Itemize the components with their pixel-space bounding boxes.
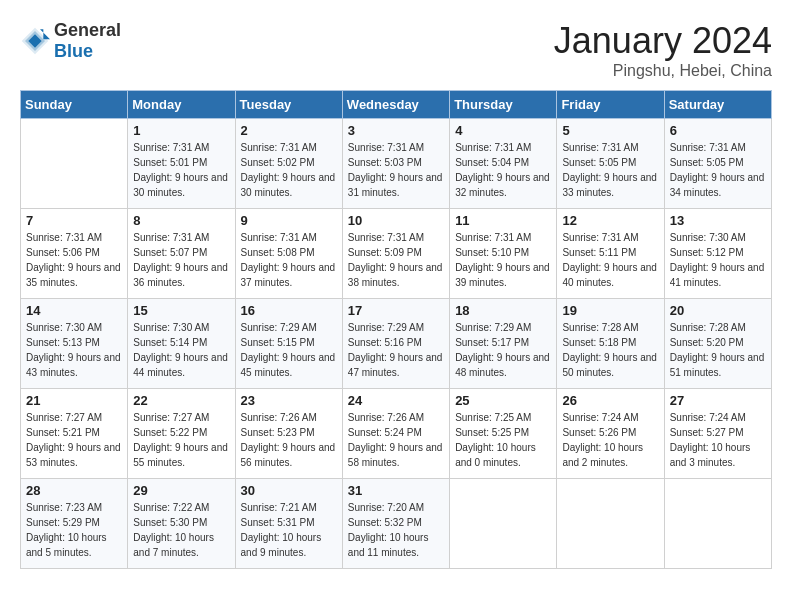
day-number: 15 xyxy=(133,303,229,318)
day-info: Sunrise: 7:30 AM Sunset: 5:12 PM Dayligh… xyxy=(670,230,766,290)
day-info: Sunrise: 7:27 AM Sunset: 5:22 PM Dayligh… xyxy=(133,410,229,470)
calendar-cell: 17 Sunrise: 7:29 AM Sunset: 5:16 PM Dayl… xyxy=(342,299,449,389)
daylight-text: Daylight: 9 hours and 41 minutes. xyxy=(670,260,766,290)
day-info: Sunrise: 7:27 AM Sunset: 5:21 PM Dayligh… xyxy=(26,410,122,470)
sunrise-text: Sunrise: 7:28 AM xyxy=(562,320,658,335)
sunrise-text: Sunrise: 7:27 AM xyxy=(26,410,122,425)
day-number: 30 xyxy=(241,483,337,498)
day-info: Sunrise: 7:24 AM Sunset: 5:26 PM Dayligh… xyxy=(562,410,658,470)
day-info: Sunrise: 7:24 AM Sunset: 5:27 PM Dayligh… xyxy=(670,410,766,470)
calendar-cell: 11 Sunrise: 7:31 AM Sunset: 5:10 PM Dayl… xyxy=(450,209,557,299)
day-info: Sunrise: 7:31 AM Sunset: 5:10 PM Dayligh… xyxy=(455,230,551,290)
day-info: Sunrise: 7:31 AM Sunset: 5:01 PM Dayligh… xyxy=(133,140,229,200)
day-number: 1 xyxy=(133,123,229,138)
sunrise-text: Sunrise: 7:31 AM xyxy=(670,140,766,155)
sunset-text: Sunset: 5:05 PM xyxy=(670,155,766,170)
day-number: 26 xyxy=(562,393,658,408)
day-number: 19 xyxy=(562,303,658,318)
column-header-tuesday: Tuesday xyxy=(235,91,342,119)
daylight-text: Daylight: 9 hours and 44 minutes. xyxy=(133,350,229,380)
daylight-text: Daylight: 9 hours and 45 minutes. xyxy=(241,350,337,380)
day-info: Sunrise: 7:28 AM Sunset: 5:18 PM Dayligh… xyxy=(562,320,658,380)
sunrise-text: Sunrise: 7:31 AM xyxy=(348,230,444,245)
day-info: Sunrise: 7:31 AM Sunset: 5:04 PM Dayligh… xyxy=(455,140,551,200)
day-number: 13 xyxy=(670,213,766,228)
daylight-text: Daylight: 9 hours and 39 minutes. xyxy=(455,260,551,290)
day-info: Sunrise: 7:31 AM Sunset: 5:05 PM Dayligh… xyxy=(670,140,766,200)
day-info: Sunrise: 7:28 AM Sunset: 5:20 PM Dayligh… xyxy=(670,320,766,380)
day-info: Sunrise: 7:31 AM Sunset: 5:08 PM Dayligh… xyxy=(241,230,337,290)
calendar-cell: 22 Sunrise: 7:27 AM Sunset: 5:22 PM Dayl… xyxy=(128,389,235,479)
calendar-cell: 9 Sunrise: 7:31 AM Sunset: 5:08 PM Dayli… xyxy=(235,209,342,299)
day-info: Sunrise: 7:31 AM Sunset: 5:02 PM Dayligh… xyxy=(241,140,337,200)
daylight-text: Daylight: 9 hours and 55 minutes. xyxy=(133,440,229,470)
sunrise-text: Sunrise: 7:31 AM xyxy=(348,140,444,155)
calendar-cell: 1 Sunrise: 7:31 AM Sunset: 5:01 PM Dayli… xyxy=(128,119,235,209)
title-area: January 2024 Pingshu, Hebei, China xyxy=(554,20,772,80)
calendar-cell: 4 Sunrise: 7:31 AM Sunset: 5:04 PM Dayli… xyxy=(450,119,557,209)
sunrise-text: Sunrise: 7:22 AM xyxy=(133,500,229,515)
column-header-thursday: Thursday xyxy=(450,91,557,119)
calendar-cell: 3 Sunrise: 7:31 AM Sunset: 5:03 PM Dayli… xyxy=(342,119,449,209)
day-number: 29 xyxy=(133,483,229,498)
sunrise-text: Sunrise: 7:29 AM xyxy=(348,320,444,335)
daylight-text: Daylight: 9 hours and 50 minutes. xyxy=(562,350,658,380)
day-number: 16 xyxy=(241,303,337,318)
sunrise-text: Sunrise: 7:29 AM xyxy=(241,320,337,335)
daylight-text: Daylight: 9 hours and 36 minutes. xyxy=(133,260,229,290)
sunrise-text: Sunrise: 7:24 AM xyxy=(670,410,766,425)
sunrise-text: Sunrise: 7:28 AM xyxy=(670,320,766,335)
calendar-cell: 21 Sunrise: 7:27 AM Sunset: 5:21 PM Dayl… xyxy=(21,389,128,479)
calendar-table: SundayMondayTuesdayWednesdayThursdayFrid… xyxy=(20,90,772,569)
daylight-text: Daylight: 10 hours and 5 minutes. xyxy=(26,530,122,560)
calendar-cell: 20 Sunrise: 7:28 AM Sunset: 5:20 PM Dayl… xyxy=(664,299,771,389)
sunset-text: Sunset: 5:24 PM xyxy=(348,425,444,440)
daylight-text: Daylight: 9 hours and 33 minutes. xyxy=(562,170,658,200)
day-info: Sunrise: 7:25 AM Sunset: 5:25 PM Dayligh… xyxy=(455,410,551,470)
day-info: Sunrise: 7:26 AM Sunset: 5:24 PM Dayligh… xyxy=(348,410,444,470)
daylight-text: Daylight: 9 hours and 53 minutes. xyxy=(26,440,122,470)
calendar-cell: 31 Sunrise: 7:20 AM Sunset: 5:32 PM Dayl… xyxy=(342,479,449,569)
sunset-text: Sunset: 5:05 PM xyxy=(562,155,658,170)
day-info: Sunrise: 7:20 AM Sunset: 5:32 PM Dayligh… xyxy=(348,500,444,560)
day-number: 31 xyxy=(348,483,444,498)
calendar-week-row: 1 Sunrise: 7:31 AM Sunset: 5:01 PM Dayli… xyxy=(21,119,772,209)
sunset-text: Sunset: 5:03 PM xyxy=(348,155,444,170)
day-number: 21 xyxy=(26,393,122,408)
sunrise-text: Sunrise: 7:31 AM xyxy=(562,230,658,245)
calendar-cell: 5 Sunrise: 7:31 AM Sunset: 5:05 PM Dayli… xyxy=(557,119,664,209)
day-info: Sunrise: 7:21 AM Sunset: 5:31 PM Dayligh… xyxy=(241,500,337,560)
day-number: 28 xyxy=(26,483,122,498)
calendar-cell: 28 Sunrise: 7:23 AM Sunset: 5:29 PM Dayl… xyxy=(21,479,128,569)
day-info: Sunrise: 7:30 AM Sunset: 5:13 PM Dayligh… xyxy=(26,320,122,380)
daylight-text: Daylight: 9 hours and 30 minutes. xyxy=(241,170,337,200)
day-info: Sunrise: 7:31 AM Sunset: 5:11 PM Dayligh… xyxy=(562,230,658,290)
calendar-cell: 26 Sunrise: 7:24 AM Sunset: 5:26 PM Dayl… xyxy=(557,389,664,479)
sunrise-text: Sunrise: 7:31 AM xyxy=(133,230,229,245)
sunrise-text: Sunrise: 7:26 AM xyxy=(348,410,444,425)
day-number: 10 xyxy=(348,213,444,228)
calendar-cell: 14 Sunrise: 7:30 AM Sunset: 5:13 PM Dayl… xyxy=(21,299,128,389)
day-number: 2 xyxy=(241,123,337,138)
daylight-text: Daylight: 9 hours and 31 minutes. xyxy=(348,170,444,200)
column-header-monday: Monday xyxy=(128,91,235,119)
sunset-text: Sunset: 5:11 PM xyxy=(562,245,658,260)
sunrise-text: Sunrise: 7:31 AM xyxy=(455,140,551,155)
daylight-text: Daylight: 10 hours and 3 minutes. xyxy=(670,440,766,470)
day-info: Sunrise: 7:31 AM Sunset: 5:07 PM Dayligh… xyxy=(133,230,229,290)
sunrise-text: Sunrise: 7:27 AM xyxy=(133,410,229,425)
sunset-text: Sunset: 5:32 PM xyxy=(348,515,444,530)
calendar-cell xyxy=(664,479,771,569)
day-number: 12 xyxy=(562,213,658,228)
day-number: 7 xyxy=(26,213,122,228)
sunset-text: Sunset: 5:04 PM xyxy=(455,155,551,170)
calendar-cell: 15 Sunrise: 7:30 AM Sunset: 5:14 PM Dayl… xyxy=(128,299,235,389)
sunset-text: Sunset: 5:29 PM xyxy=(26,515,122,530)
calendar-cell xyxy=(21,119,128,209)
calendar-cell: 7 Sunrise: 7:31 AM Sunset: 5:06 PM Dayli… xyxy=(21,209,128,299)
daylight-text: Daylight: 10 hours and 7 minutes. xyxy=(133,530,229,560)
daylight-text: Daylight: 9 hours and 34 minutes. xyxy=(670,170,766,200)
day-number: 9 xyxy=(241,213,337,228)
month-title: January 2024 xyxy=(554,20,772,62)
daylight-text: Daylight: 9 hours and 58 minutes. xyxy=(348,440,444,470)
